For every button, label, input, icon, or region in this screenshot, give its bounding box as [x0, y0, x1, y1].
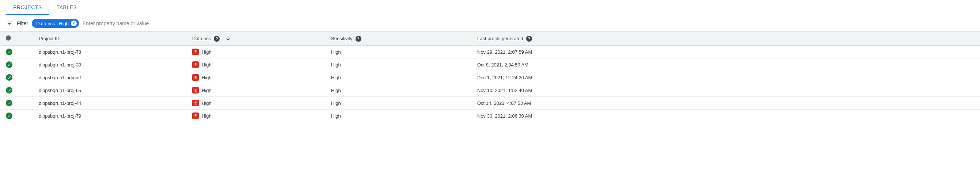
sensitivity-cell: High [331, 100, 341, 106]
last-profile-cell: Oct 8, 2021, 2:34:59 AM [477, 62, 528, 68]
high-risk-icon: !!! [192, 74, 199, 81]
table-header-row: Project ID Data risk ? Sensitivity ? [0, 32, 980, 46]
column-header-sensitivity-label: Sensitivity [331, 36, 353, 41]
high-risk-icon: !!! [192, 87, 199, 94]
high-risk-icon: !!! [192, 61, 199, 68]
high-risk-icon: !!! [192, 113, 199, 119]
tab-tables[interactable]: TABLES [49, 0, 84, 15]
sensitivity-cell: High [331, 49, 341, 55]
project-id-cell: dlppsbqrun1-proj-65 [39, 88, 81, 93]
sensitivity-cell: High [331, 88, 341, 93]
data-risk-value: High [202, 75, 212, 80]
filter-chip-data-risk[interactable]: Data risk : High [32, 19, 79, 28]
filter-input[interactable] [83, 21, 974, 26]
projects-table: Project ID Data risk ? Sensitivity ? [0, 32, 980, 122]
column-header-last-profile[interactable]: Last profile generated ? [471, 32, 980, 46]
column-header-sensitivity[interactable]: Sensitivity ? [325, 32, 471, 46]
project-id-cell: dlppsbqrun1-proj-39 [39, 62, 81, 68]
table-row[interactable]: dlppsbqrun1-admin1 !!! High High Dec 1, … [0, 71, 980, 84]
last-profile-cell: Nov 29, 2021, 2:07:59 AM [477, 49, 532, 55]
status-success-icon [6, 100, 13, 106]
help-icon[interactable]: ? [356, 36, 361, 42]
sensitivity-cell: High [331, 62, 341, 68]
status-success-icon [6, 74, 13, 81]
sort-descending-icon[interactable] [226, 36, 231, 42]
last-profile-cell: Nov 30, 2021, 2:06:30 AM [477, 113, 532, 119]
project-id-cell: dlppsbqrun1-proj-44 [39, 100, 81, 106]
column-header-project-id[interactable]: Project ID [33, 32, 186, 46]
table-row[interactable]: dlppsbqrun1-proj-65 !!! High High Nov 10… [0, 84, 980, 97]
help-icon[interactable]: ? [214, 36, 220, 42]
status-dot-icon [6, 35, 11, 41]
data-risk-cell: !!! High [192, 61, 212, 68]
last-profile-cell: Nov 10, 2021, 1:52:40 AM [477, 88, 532, 93]
status-success-icon [6, 113, 13, 119]
last-profile-cell: Oct 14, 2021, 4:07:53 AM [477, 100, 531, 106]
tab-projects[interactable]: PROJECTS [6, 0, 49, 15]
column-header-status[interactable] [0, 32, 33, 46]
data-risk-cell: !!! High [192, 113, 212, 119]
status-success-icon [6, 61, 13, 68]
table-row[interactable]: dlppsbqrun1-proj-39 !!! High High Oct 8,… [0, 59, 980, 71]
data-risk-cell: !!! High [192, 49, 212, 55]
project-id-cell: dlppsbqrun1-proj-78 [39, 49, 81, 55]
last-profile-cell: Dec 1, 2021, 12:24:20 AM [477, 75, 532, 80]
data-risk-value: High [202, 113, 212, 119]
column-header-project-id-label: Project ID [39, 36, 60, 41]
sensitivity-cell: High [331, 113, 341, 119]
data-risk-value: High [202, 62, 212, 68]
high-risk-icon: !!! [192, 100, 199, 106]
data-risk-cell: !!! High [192, 100, 212, 106]
data-risk-value: High [202, 100, 212, 106]
filter-icon [6, 20, 13, 27]
status-success-icon [6, 87, 13, 94]
data-risk-value: High [202, 88, 212, 93]
sensitivity-cell: High [331, 75, 341, 80]
data-risk-cell: !!! High [192, 74, 212, 81]
help-icon[interactable]: ? [526, 36, 532, 42]
table-row[interactable]: dlppsbqrun1-proj-79 !!! High High Nov 30… [0, 109, 980, 122]
column-header-last-profile-label: Last profile generated [477, 36, 523, 41]
data-risk-cell: !!! High [192, 87, 212, 94]
status-success-icon [6, 49, 13, 55]
filter-bar: Filter Data risk : High [0, 15, 980, 32]
project-id-cell: dlppsbqrun1-proj-79 [39, 113, 81, 119]
table-row[interactable]: dlppsbqrun1-proj-78 !!! High High Nov 29… [0, 46, 980, 59]
data-risk-value: High [202, 49, 212, 55]
high-risk-icon: !!! [192, 49, 199, 55]
column-header-data-risk[interactable]: Data risk ? [186, 32, 325, 46]
filter-chip-label: Data risk : High [36, 21, 69, 26]
project-id-cell: dlppsbqrun1-admin1 [39, 75, 82, 80]
column-header-data-risk-label: Data risk [192, 36, 211, 41]
filter-label: Filter [17, 21, 28, 26]
table-row[interactable]: dlppsbqrun1-proj-44 !!! High High Oct 14… [0, 97, 980, 109]
chip-close-icon[interactable] [71, 21, 77, 26]
tab-bar: PROJECTS TABLES [0, 0, 980, 15]
